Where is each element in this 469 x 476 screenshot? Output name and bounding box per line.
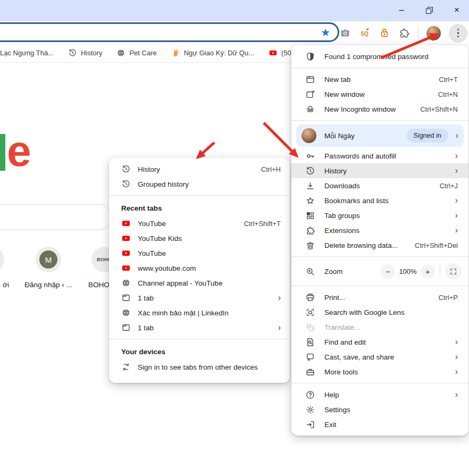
bookmark-item[interactable]: History (68, 48, 102, 57)
kebab-dot (457, 36, 459, 38)
menu-item-exit[interactable]: Exit (291, 417, 468, 432)
menu-item-label: Tab groups (324, 212, 449, 220)
menu-item-recent-youtube-2[interactable]: YouTube (109, 246, 290, 261)
google-logo-letter-e: e (7, 129, 31, 173)
shortcut-favicon: M (39, 250, 57, 269)
profile-avatar[interactable] (426, 26, 441, 40)
bookmark-label: Lạc Ngưng Thà... (0, 49, 54, 57)
shield-icon (305, 52, 315, 62)
new-tab-icon (305, 74, 315, 85)
globe-icon (121, 308, 131, 318)
menu-item-shortcut: Ctrl+Shift+N (420, 105, 458, 113)
svg-text:SQ: SQ (361, 31, 368, 37)
minimize-button[interactable]: – (395, 4, 408, 16)
menu-item-recent-youtube-com[interactable]: www.youtube.com (109, 261, 290, 275)
menu-item-search-with-google-lens[interactable]: Search with Google Lens (291, 305, 468, 320)
menu-item-settings[interactable]: Settings (291, 402, 468, 417)
menu-item-profile[interactable]: Mỗi NgàySigned in› (296, 124, 464, 147)
google-search-box[interactable] (0, 204, 112, 230)
menu-item-downloads[interactable]: DownloadsCtrl+J (291, 178, 468, 193)
shortcut-tile-dang-nhap[interactable]: M (36, 247, 61, 272)
menu-item-label: History (138, 165, 255, 173)
menu-item-shortcut: Ctrl+Shift+T (244, 220, 281, 228)
zoom-in-button[interactable]: + (421, 264, 435, 279)
youtube-favicon-icon (269, 48, 278, 57)
menu-item-extensions[interactable]: Extensions› (291, 223, 468, 238)
tab-groups-icon (305, 211, 315, 221)
address-bar[interactable]: ★ (0, 22, 339, 42)
shortcut-label: Đăng nhập ‹ ... (15, 281, 82, 289)
history-icon (121, 179, 131, 189)
menu-item-label: Find and edit (324, 338, 449, 346)
lens-icon (305, 307, 315, 318)
menu-kebab-button[interactable] (449, 24, 467, 43)
restore-button[interactable] (422, 4, 436, 16)
youtube-icon (121, 248, 131, 258)
menu-item-grouped-history[interactable]: Grouped history (109, 177, 290, 191)
menu-item-delete-browsing-data[interactable]: Delete browsing data...Ctrl+Shift+Del (291, 238, 468, 253)
menu-item-compromised-password[interactable]: Found 1 compromised password (291, 49, 468, 64)
bookmark-item[interactable]: Pet Care (116, 48, 156, 57)
menu-item-passwords-and-autofill[interactable]: Passwords and autofill› (291, 148, 468, 163)
menu-item-label: Downloads (324, 182, 433, 190)
history-submenu: HistoryCtrl+HGrouped historyRecent tabsY… (109, 158, 290, 383)
menu-item-recent-linkedin[interactable]: Xác minh bảo mật | LinkedIn (109, 305, 290, 320)
menu-item-label: Print... (324, 294, 432, 302)
menu-item-more-tools[interactable]: More tools› (291, 364, 468, 379)
key-icon (305, 151, 315, 161)
sq-extension-icon[interactable]: SQ (359, 27, 371, 39)
menu-item-print[interactable]: Print...Ctrl+P (291, 290, 468, 305)
menu-item-help[interactable]: Help› (291, 387, 468, 402)
history-favicon-icon (68, 48, 77, 57)
menu-item-bookmarks-and-lists[interactable]: Bookmarks and lists› (291, 193, 468, 208)
chevron-right-icon: › (456, 131, 458, 140)
bookmark-star-icon[interactable]: ★ (321, 27, 330, 38)
bookmark-item[interactable]: Lạc Ngưng Thà... (0, 49, 54, 57)
menu-item-new-tab[interactable]: New tabCtrl+T (291, 72, 468, 87)
menu-item-recent-1-tab-a[interactable]: 1 tab› (109, 290, 290, 305)
close-button[interactable]: × (450, 4, 464, 16)
menu-item-shortcut: Ctrl+P (439, 294, 458, 302)
menu-item-recent-youtube-1[interactable]: YouTubeCtrl+Shift+T (109, 216, 290, 231)
menu-item-label: Help (324, 391, 449, 399)
puzzle-extensions-icon[interactable] (398, 27, 410, 39)
menu-item-new-incognito-window[interactable]: New Incognito windowCtrl+Shift+N (291, 102, 468, 116)
menu-item-label: 1 tab (138, 324, 272, 332)
sync-icon (121, 362, 131, 372)
download-icon (305, 181, 315, 191)
profile-avatar (302, 128, 316, 143)
restore-icon (426, 7, 433, 14)
youtube-icon (121, 219, 131, 228)
lock-extension-icon[interactable] (379, 27, 390, 39)
menu-item-label: Cast, save, and share (324, 353, 449, 361)
menu-item-label: Exit (324, 421, 458, 429)
history-icon (305, 166, 315, 176)
menu-item-recent-channel-appeal[interactable]: Channel appeal - YouTube (109, 275, 290, 290)
menu-item-shortcut: Ctrl+H (261, 165, 281, 173)
menu-item-recent-1-tab-b[interactable]: 1 tab› (109, 320, 290, 335)
bookmark-item[interactable]: Ngự Giao Ký: Dữ Qu... (171, 48, 254, 57)
menu-item-new-window[interactable]: New windowCtrl+N (291, 87, 468, 102)
menu-item-recent-youtube-kids[interactable]: YouTube Kids (109, 231, 290, 246)
menu-item-label: Found 1 compromised password (324, 53, 458, 61)
chevron-right-icon: › (455, 390, 458, 399)
shortcut-tile-cut[interactable] (0, 247, 4, 272)
menu-item-history[interactable]: HistoryCtrl+H (109, 162, 290, 177)
menu-item-label: Translate... (324, 323, 458, 331)
menu-item-sign-in-devices[interactable]: Sign in to see tabs from other devices (109, 360, 290, 374)
menu-item-cast-save-share[interactable]: Cast, save, and share› (291, 349, 468, 364)
chevron-right-icon: › (455, 368, 458, 376)
chevron-right-icon: › (455, 211, 458, 220)
zoom-out-button[interactable]: − (381, 264, 395, 279)
fullscreen-button[interactable] (445, 263, 462, 280)
menu-item-history[interactable]: History› (291, 163, 468, 178)
bookmark-label: History (81, 49, 102, 57)
menu-item-find-and-edit[interactable]: Find and edit› (291, 335, 468, 349)
menu-item-label: History (324, 167, 449, 175)
menu-item-tab-groups[interactable]: Tab groups› (291, 208, 468, 223)
star-icon (305, 196, 315, 206)
globe-icon (121, 278, 131, 288)
camera-icon[interactable] (339, 27, 351, 39)
menu-divider (291, 120, 468, 121)
menu-item-label: New Incognito window (324, 105, 414, 113)
